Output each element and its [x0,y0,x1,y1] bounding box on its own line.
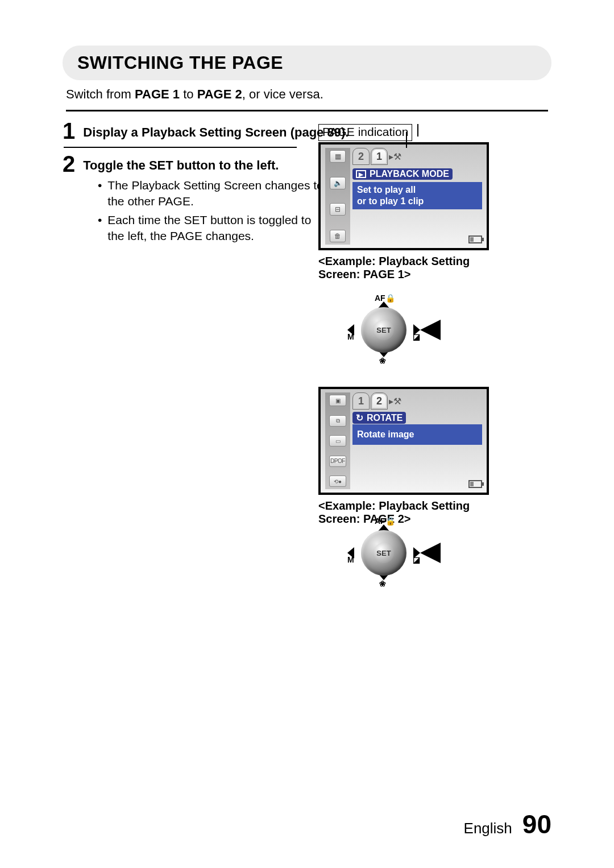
strip-icon: 🗑 [330,230,346,242]
page-indication-callout: PAGE indication [318,124,503,141]
page-tab-active: 2 [371,392,388,410]
intro-post: , or vice versa. [242,87,323,101]
triangle-left-icon [347,324,354,336]
desc-line: Rotate image [357,429,478,440]
play-icon: ▶ [356,170,366,178]
step-2-number: 2 [63,152,75,175]
mode-chip: ↻ ROTATE [352,412,406,424]
joystick-body: AF🔒 M ◪ ❀ SET [350,527,418,578]
mode-label: PLAYBACK MODE [370,169,449,179]
tab-tools-icon: ▸⚒ [389,392,400,410]
intro-mid: to [180,87,197,101]
strip-icon: ▣ [329,395,346,406]
set-joystick: AF🔒 M ◪ ❀ SET [344,527,424,606]
intro-pre: Switch from [66,87,135,101]
bullet-text: The Playback Setting Screen changes to t… [107,177,325,210]
step-2-title: Toggle the SET button to the left. [83,158,279,173]
battery-icon [468,235,482,243]
section-title-bar: SWITCHING THE PAGE [63,46,551,80]
joystick-label-bottom: ❀ [379,579,386,588]
bullet-text: Each time the SET button is toggled to t… [107,212,325,245]
toggle-left-arrow-icon [420,320,441,340]
playback-screen-page1: ▦ 🔈 ⊟ 🗑 2 1 ▸⚒ ▶ PLAYBACK MODE Set to pl… [318,142,489,250]
joystick-label-bottom: ❀ [379,356,386,365]
page-tab-other: 1 [352,392,370,410]
strip-icon: ⧉ [329,415,346,427]
bullet: • Each time the SET button is toggled to… [98,212,325,245]
intro-b2: PAGE 2 [197,87,242,101]
tab-tools-icon: ▸⚒ [389,148,400,165]
bullet: • The Playback Setting Screen changes to… [98,177,325,210]
mode-chip: ▶ PLAYBACK MODE [352,168,453,180]
body: 1 Display a Playback Setting Screen (pag… [63,119,551,244]
callout-line [417,124,418,137]
manual-page: SWITCHING THE PAGE Switch from PAGE 1 to… [0,0,614,868]
step-2-bullets: • The Playback Setting Screen changes to… [98,177,325,244]
mode-description: Set to play all or to play 1 clip [352,182,482,209]
figure-column: PAGE indication ▦ 🔈 ⊟ 🗑 2 1 ▸⚒ ▶ [310,124,503,610]
strip-icon: 🔈 [330,177,346,189]
joystick-body: AF🔒 M ◪ ❀ SET [350,304,418,355]
strip-icon: ▭ [329,435,346,447]
intro-text: Switch from PAGE 1 to PAGE 2, or vice ve… [66,87,551,102]
page-indication-label: PAGE indication [318,124,412,141]
battery-icon [468,480,482,488]
step-1-title: Display a Playback Setting Screen (page … [83,125,349,140]
figure-caption-1: <Example: Playback Setting Screen: PAGE … [318,255,500,281]
triangle-right-icon [413,547,420,559]
icon-strip: ▦ 🔈 ⊟ 🗑 [325,148,350,245]
triangle-left-icon [347,547,354,559]
step-1-number: 1 [63,119,75,142]
icon-strip: ▣ ⧉ ▭ DPOF ⟲● [325,392,350,489]
page-tabs: 1 2 ▸⚒ [352,392,400,410]
rotate-icon: ↻ [356,412,363,423]
page-tab-active: 1 [371,148,388,165]
bullet-dot: • [98,212,102,245]
strip-icon: ⊟ [330,203,346,216]
mode-description: Rotate image [352,424,482,445]
set-joystick: ↓ AF🔒 M ◪ ❀ SET [344,304,424,383]
desc-line: or to play 1 clip [357,196,478,207]
step-separator [64,147,297,148]
intro-b1: PAGE 1 [135,87,180,101]
page-footer: English 90 [464,809,551,840]
triangle-right-icon [413,324,420,336]
page-tabs: 2 1 ▸⚒ [352,148,400,165]
playback-screen-page2: ▣ ⧉ ▭ DPOF ⟲● 1 2 ▸⚒ ↻ ROTATE Rotate ima… [318,387,489,495]
strip-icon: ▦ [330,150,346,163]
footer-page-number: 90 [522,809,551,840]
mode-label: ROTATE [367,413,403,423]
divider [66,110,548,111]
bullet-dot: • [98,177,102,210]
strip-icon-dpof: DPOF [329,456,346,467]
page-tab-other: 2 [352,148,370,165]
figure-caption-2: <Example: Playback Setting Screen: PAGE … [318,499,500,526]
toggle-left-arrow-icon [420,543,441,563]
set-button: SET [374,320,394,340]
footer-language: English [464,820,512,837]
callout-pointer [406,132,407,148]
desc-line: Set to play all [357,184,478,196]
section-title: SWITCHING THE PAGE [77,52,537,73]
strip-icon: ⟲● [329,476,346,487]
set-button: SET [374,543,394,563]
